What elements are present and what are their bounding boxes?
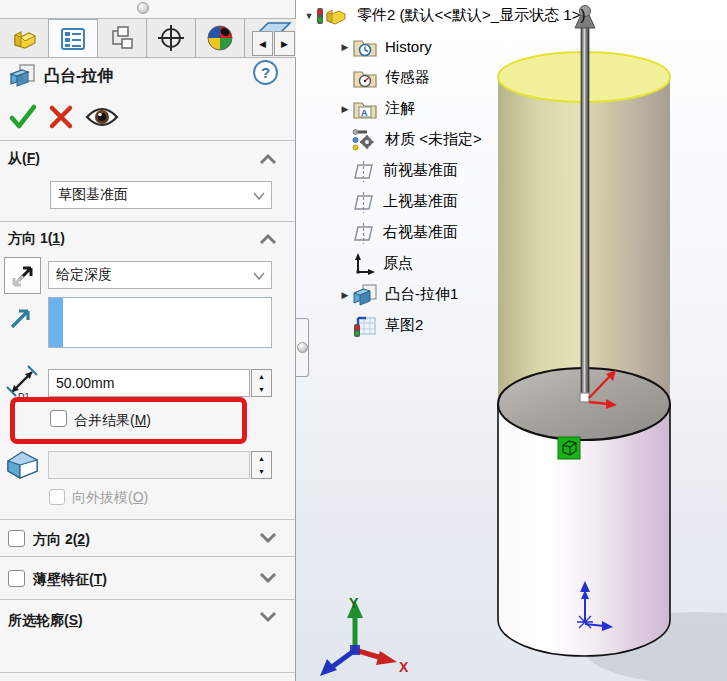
direction2-section-header[interactable]: 方向 2(2) (33, 531, 90, 549)
end-condition-dropdown[interactable]: 给定深度 (48, 261, 272, 289)
expand-arrow-down-icon[interactable]: ▼ (302, 11, 316, 21)
cancel-button[interactable] (47, 103, 75, 131)
dropdown-chevron-icon (253, 272, 265, 280)
feature-title-row: 凸台-拉伸 ? (0, 60, 296, 98)
tree-item-label[interactable]: 上视基准面 (383, 192, 458, 211)
depth-input[interactable]: 50.00mm (48, 369, 250, 397)
expand-chevron-down-icon[interactable] (258, 531, 278, 545)
property-manager-icon (60, 27, 86, 51)
graphics-viewport[interactable]: Y X ▼零件2 (默认<<默认>_显示状态 1>)▶History传感器▶A注… (296, 0, 727, 681)
tree-item-label[interactable]: 原点 (383, 254, 413, 273)
configuration-manager-tab[interactable] (98, 19, 147, 57)
configuration-manager-icon (109, 25, 135, 51)
expand-arrow-right-icon[interactable]: ▶ (338, 42, 352, 52)
merge-result-label[interactable]: 合并结果(M) (74, 412, 151, 430)
end-condition-value: 给定深度 (56, 266, 112, 284)
spin-up-button[interactable]: ▲ (252, 370, 271, 384)
thin-feature-checkbox[interactable] (8, 570, 25, 587)
direction1-section-header[interactable]: 方向 1(1) (8, 230, 65, 248)
manager-tab-bar: ◀ ▶ (0, 19, 296, 58)
tab-scroll-left-button[interactable]: ◀ (252, 31, 273, 56)
depth-spinner: ▲ ▼ (251, 369, 272, 397)
panel-grip-handle[interactable] (137, 2, 149, 14)
dimxpert-manager-tab[interactable] (147, 19, 196, 57)
tab-scroll-right-button[interactable]: ▶ (274, 31, 295, 56)
direction-reference-selection-box[interactable] (48, 297, 272, 348)
expand-arrow-right-icon[interactable]: ▶ (338, 104, 352, 114)
direction-reference-icon (8, 303, 36, 331)
material-icon (352, 128, 378, 152)
spin-up-button[interactable]: ▲ (252, 452, 271, 466)
tree-row[interactable]: 前视基准面 (296, 155, 596, 186)
tree-item-label[interactable]: History (385, 38, 432, 55)
tree-row[interactable]: ▶凸台-拉伸1 (296, 279, 596, 310)
panel-splitter[interactable] (296, 318, 309, 377)
pm-actions-row (0, 100, 296, 134)
display-manager-icon (206, 24, 234, 52)
tab-overflow-area: ◀ ▶ (245, 19, 296, 57)
property-manager-tab[interactable] (49, 19, 98, 57)
from-section-header[interactable]: 从(F) (8, 150, 40, 168)
collapse-chevron-up-icon[interactable] (258, 152, 278, 166)
tree-row[interactable]: 右视基准面 (296, 217, 596, 248)
feature-tree: ▼零件2 (默认<<默认>_显示状态 1>)▶History传感器▶A注解材质 … (296, 0, 596, 341)
tree-row[interactable]: ▼零件2 (默认<<默认>_显示状态 1>) (296, 0, 596, 31)
tree-item-label[interactable]: 右视基准面 (383, 223, 458, 242)
help-button[interactable]: ? (253, 60, 278, 85)
spin-down-button[interactable]: ▼ (252, 383, 271, 396)
active-selection-bar (49, 298, 63, 347)
divider (0, 140, 295, 141)
plane-icon (352, 190, 376, 214)
ok-button[interactable] (8, 102, 38, 132)
panel-top-strip (0, 0, 295, 19)
tree-row[interactable]: ▶History (296, 31, 596, 62)
property-manager-panel: ◀ ▶ 凸台-拉伸 ? (0, 0, 296, 681)
tree-item-label[interactable]: 前视基准面 (383, 161, 458, 180)
triad-y-label: Y (349, 595, 359, 611)
tree-item-label[interactable]: 材质 <未指定> (385, 130, 482, 149)
draft-spinner: ▲ ▼ (251, 451, 272, 479)
preview-eye-button[interactable] (84, 104, 120, 130)
display-manager-tab[interactable] (196, 19, 245, 57)
expand-chevron-down-icon[interactable] (258, 610, 278, 624)
tree-row[interactable]: 上视基准面 (296, 186, 596, 217)
depth-dimension-icon: D1 (4, 364, 44, 400)
draft-angle-icon[interactable] (4, 447, 42, 483)
tree-item-label[interactable]: 传感器 (385, 68, 430, 87)
tree-item-label[interactable]: 零件2 (默认<<默认>_显示状态 1>) (357, 6, 585, 25)
dimxpert-icon (157, 24, 185, 52)
draft-outward-label: 向外拔模(O) (72, 489, 148, 507)
tree-row[interactable]: 材质 <未指定> (296, 124, 596, 155)
feature-manager-tab[interactable] (0, 19, 49, 57)
expand-chevron-down-icon[interactable] (258, 571, 278, 585)
divider (0, 672, 295, 673)
spin-down-button[interactable]: ▼ (252, 465, 271, 478)
start-condition-dropdown[interactable]: 草图基准面 (50, 181, 272, 209)
thin-feature-section-header[interactable]: 薄壁特征(T) (33, 571, 107, 589)
tree-row[interactable]: ▶A注解 (296, 93, 596, 124)
direction2-checkbox[interactable] (8, 530, 25, 547)
collapse-chevron-up-icon[interactable] (258, 232, 278, 246)
feature-title: 凸台-拉伸 (44, 66, 113, 87)
merge-result-checkbox[interactable] (50, 410, 67, 427)
tree-item-label[interactable]: 注解 (385, 99, 415, 118)
tree-item-label[interactable]: 凸台-拉伸1 (385, 285, 458, 304)
start-condition-value: 草图基准面 (58, 186, 128, 204)
tree-row[interactable]: 传感器 (296, 62, 596, 93)
svg-text:A: A (361, 108, 368, 118)
sketch-badge-icon[interactable] (558, 437, 580, 459)
splitter-knob[interactable] (297, 342, 308, 353)
reverse-direction-icon (9, 262, 37, 290)
expand-arrow-right-icon[interactable]: ▶ (338, 290, 352, 300)
tree-item-label[interactable]: 草图2 (385, 316, 423, 335)
divider (0, 519, 295, 520)
annotations-folder-icon: A (352, 98, 378, 120)
part-icon (316, 5, 350, 27)
reverse-direction-button[interactable] (4, 257, 41, 294)
selected-contours-section-header[interactable]: 所选轮廓(S) (8, 612, 83, 630)
tree-row[interactable]: 原点 (296, 248, 596, 279)
draft-spin-field: ▲ ▼ (48, 451, 272, 479)
divider (0, 221, 295, 222)
plane-icon (352, 221, 376, 245)
tree-row[interactable]: 草图2 (296, 310, 596, 341)
